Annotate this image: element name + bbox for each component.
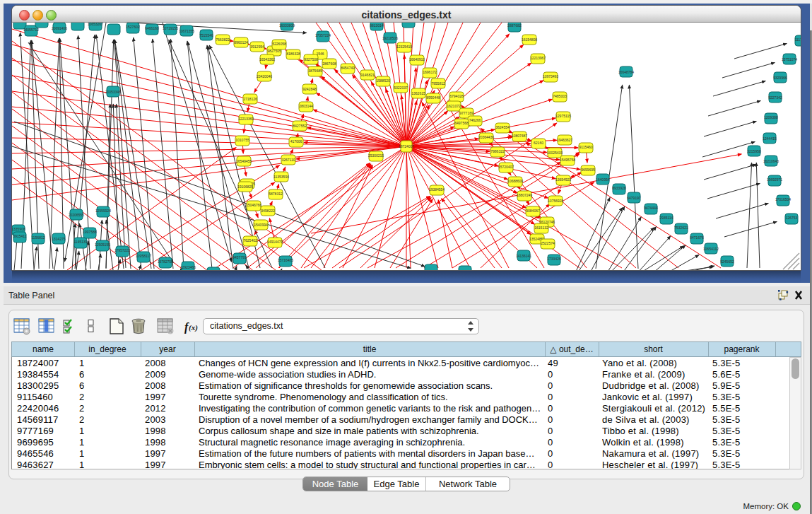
svg-text:9699695: 9699695 xyxy=(581,168,595,172)
svg-text:15495758: 15495758 xyxy=(560,158,575,162)
svg-text:1588520: 1588520 xyxy=(376,78,390,83)
svg-text:12325419: 12325419 xyxy=(396,45,412,49)
svg-text:20364436: 20364436 xyxy=(478,135,494,139)
svg-text:7986322: 7986322 xyxy=(490,149,505,153)
svg-text:2887682: 2887682 xyxy=(507,23,522,28)
svg-text:16154808: 16154808 xyxy=(522,37,537,42)
svg-text:14136141: 14136141 xyxy=(516,254,531,258)
svg-text:11353594: 11353594 xyxy=(273,175,289,179)
svg-text:10653267: 10653267 xyxy=(88,23,103,26)
svg-text:10654112: 10654112 xyxy=(703,247,719,251)
svg-text:19463627: 19463627 xyxy=(557,138,572,142)
svg-text:7532621: 7532621 xyxy=(674,226,688,230)
svg-text:10025433: 10025433 xyxy=(547,151,563,155)
svg-text:12213369: 12213369 xyxy=(238,117,254,121)
svg-text:5322037: 5322037 xyxy=(394,86,408,90)
svg-text:1145139: 1145139 xyxy=(73,240,87,244)
svg-text:1640954: 1640954 xyxy=(596,177,610,182)
svg-text:7955812: 7955812 xyxy=(431,81,445,86)
svg-text:15692971: 15692971 xyxy=(767,177,782,182)
svg-text:13654923: 13654923 xyxy=(555,177,571,182)
svg-text:1010755: 1010755 xyxy=(235,138,249,142)
svg-text:3624554: 3624554 xyxy=(495,125,510,129)
svg-text:12923466: 12923466 xyxy=(180,265,196,269)
svg-text:126753: 126753 xyxy=(786,216,798,220)
svg-text:7663822: 7663822 xyxy=(216,37,230,42)
svg-text:15716485: 15716485 xyxy=(278,258,293,262)
svg-text:8813014: 8813014 xyxy=(370,23,384,28)
svg-text:7625402: 7625402 xyxy=(243,238,257,243)
svg-text:1696172: 1696172 xyxy=(423,70,437,74)
svg-text:9474444: 9474444 xyxy=(644,206,658,210)
svg-text:5878312: 5878312 xyxy=(269,192,283,196)
svg-text:9777169: 9777169 xyxy=(459,111,473,115)
svg-text:16543362: 16543362 xyxy=(259,57,275,62)
svg-text:3912954: 3912954 xyxy=(250,45,264,49)
svg-text:3215958: 3215958 xyxy=(747,149,761,153)
svg-text:2718126: 2718126 xyxy=(243,97,257,101)
svg-text:20053346: 20053346 xyxy=(105,90,121,94)
svg-text:9115460: 9115460 xyxy=(579,145,592,149)
svg-text:17357224: 17357224 xyxy=(315,33,331,37)
svg-text:922: 922 xyxy=(211,269,217,270)
svg-text:25300215: 25300215 xyxy=(368,153,384,158)
svg-text:1117133: 1117133 xyxy=(795,37,801,42)
svg-text:9327508: 9327508 xyxy=(304,57,318,62)
svg-text:16210643: 16210643 xyxy=(763,159,779,163)
svg-text:1244415: 1244415 xyxy=(763,136,777,141)
svg-text:16782759: 16782759 xyxy=(158,259,173,264)
svg-text:(x): (x) xyxy=(189,323,198,332)
svg-text:8186328: 8186328 xyxy=(286,52,300,56)
svg-text:12959924: 12959924 xyxy=(95,209,111,213)
svg-text:7515546: 7515546 xyxy=(199,33,213,37)
svg-text:18807249: 18807249 xyxy=(517,193,532,197)
svg-text:14914479: 14914479 xyxy=(267,240,283,244)
svg-text:1156812: 1156812 xyxy=(31,235,45,240)
svg-text:3498222: 3498222 xyxy=(261,209,275,213)
svg-text:2935114: 2935114 xyxy=(659,216,673,220)
svg-text:15720407: 15720407 xyxy=(498,165,514,169)
svg-text:9457791: 9457791 xyxy=(233,255,247,259)
svg-text:8471676: 8471676 xyxy=(690,235,704,240)
svg-text:1362615: 1362615 xyxy=(411,91,425,95)
svg-text:417006: 417006 xyxy=(290,139,302,144)
svg-text:15046766: 15046766 xyxy=(246,203,261,207)
svg-text:19106829: 19106829 xyxy=(237,185,253,189)
svg-text:7485003: 7485003 xyxy=(553,94,567,98)
svg-text:9146821: 9146821 xyxy=(360,73,375,77)
svg-text:8454749: 8454749 xyxy=(341,66,355,70)
svg-text:10719155: 10719155 xyxy=(163,26,178,30)
svg-text:12505195: 12505195 xyxy=(95,243,110,247)
svg-text:1621072: 1621072 xyxy=(447,104,461,108)
svg-text:5226058: 5226058 xyxy=(272,42,286,46)
svg-text:62160: 62160 xyxy=(534,141,543,145)
svg-text:16549455: 16549455 xyxy=(236,159,252,163)
svg-text:10671355: 10671355 xyxy=(179,29,194,33)
svg-text:10807487: 10807487 xyxy=(512,134,527,138)
svg-text:9245652: 9245652 xyxy=(720,259,734,264)
svg-text:14055712: 14055712 xyxy=(23,28,39,32)
svg-text:20691406: 20691406 xyxy=(52,26,67,30)
svg-text:2522574: 2522574 xyxy=(541,241,555,245)
svg-text:12213967: 12213967 xyxy=(530,56,546,60)
svg-text:1540994: 1540994 xyxy=(254,223,268,227)
svg-text:10688609: 10688609 xyxy=(507,179,523,183)
svg-text:3915411: 3915411 xyxy=(13,234,26,238)
svg-text:746266: 746266 xyxy=(469,118,481,122)
svg-text:17016504: 17016504 xyxy=(775,197,791,201)
svg-text:19384554: 19384554 xyxy=(429,187,445,192)
svg-text:8427552: 8427552 xyxy=(293,124,307,128)
svg-text:10958117: 10958117 xyxy=(136,254,151,258)
svg-text:23420046: 23420046 xyxy=(257,74,272,78)
svg-text:17957223: 17957223 xyxy=(114,248,130,252)
svg-text:8960124: 8960124 xyxy=(234,40,248,45)
svg-text:9084067: 9084067 xyxy=(526,209,540,213)
svg-text:1997588: 1997588 xyxy=(83,230,97,234)
svg-text:6497568: 6497568 xyxy=(454,121,469,125)
svg-text:3875685: 3875685 xyxy=(308,69,322,73)
svg-text:18724007: 18724007 xyxy=(399,144,414,148)
svg-text:10973493: 10973493 xyxy=(543,74,558,78)
svg-text:6794028: 6794028 xyxy=(449,94,464,98)
svg-text:16648784: 16648784 xyxy=(618,70,634,74)
svg-text:16033809: 16033809 xyxy=(279,23,295,28)
